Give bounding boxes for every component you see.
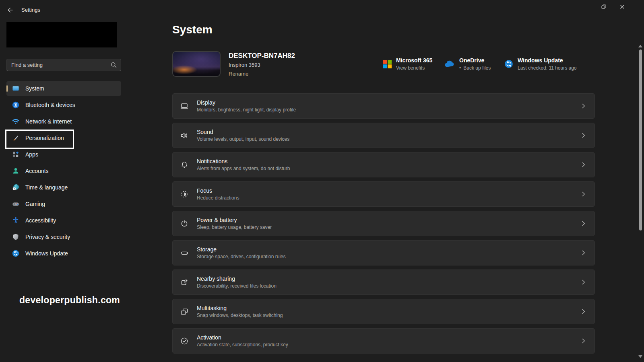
close-icon (620, 4, 625, 9)
multitasking-icon (180, 307, 190, 317)
settings-row-subtitle: Snap windows, desktops, task switching (197, 313, 580, 318)
titlebar: Settings (0, 0, 644, 19)
back-arrow-icon (7, 7, 13, 13)
settings-row-title: Activation (197, 334, 580, 341)
device-wallpaper-thumbnail (172, 51, 221, 77)
settings-row-subtitle: Alerts from apps and system, do not dist… (197, 166, 580, 171)
minimize-button[interactable] (576, 0, 594, 14)
search-input[interactable] (7, 62, 111, 68)
window-controls (576, 0, 632, 14)
scrollbar-up-arrow-icon[interactable] (638, 45, 642, 47)
quick-link-windows-update[interactable]: Windows Update Last checked: 11 hours ag… (504, 56, 577, 72)
settings-row-title: Power & battery (197, 217, 580, 223)
settings-row-title: Sound (197, 129, 580, 135)
accessibility-icon (12, 216, 20, 224)
watermark-text: developerpublish.com (19, 295, 120, 306)
sidebar-item-windows-update[interactable]: Windows Update (6, 246, 121, 261)
onedrive-cloud-icon (444, 60, 455, 68)
sidebar-item-label: Accessibility (25, 217, 56, 224)
sidebar-item-gaming[interactable]: Gaming (6, 197, 121, 211)
focus-icon (180, 189, 190, 199)
quick-link-microsoft-365[interactable]: Microsoft 365 View benefits (383, 56, 432, 72)
settings-row-activation[interactable]: Activation Activation state, subscriptio… (172, 328, 595, 354)
settings-row-title: Nearby sharing (197, 276, 580, 282)
device-model: Inspiron 3593 (229, 62, 295, 68)
sidebar-item-accounts[interactable]: Accounts (6, 164, 121, 178)
attention-dot: • (459, 65, 461, 71)
restore-icon (601, 4, 606, 9)
bluetooth-icon (12, 101, 20, 109)
settings-row-subtitle: Reduce distractions (197, 195, 580, 201)
sidebar-item-personalization[interactable]: Personalization (6, 131, 121, 145)
apps-icon (12, 150, 20, 158)
sidebar-item-bluetooth-devices[interactable]: Bluetooth & devices (6, 98, 121, 112)
chevron-right-icon (580, 220, 586, 226)
chevron-right-icon (580, 309, 586, 315)
settings-row-title: Display (197, 99, 580, 106)
settings-row-title: Focus (197, 187, 580, 194)
sidebar-item-accessibility[interactable]: Accessibility (6, 213, 121, 228)
chevron-right-icon (580, 250, 586, 256)
settings-row-focus[interactable]: Focus Reduce distractions (172, 181, 595, 207)
settings-row-title: Multitasking (197, 305, 580, 311)
quick-link-subtitle: View benefits (396, 65, 432, 71)
sidebar-item-apps[interactable]: Apps (6, 147, 121, 162)
settings-list: Display Monitors, brightness, night ligh… (172, 93, 595, 354)
chevron-right-icon (580, 103, 586, 109)
settings-row-storage[interactable]: Storage Storage space, drives, configura… (172, 240, 595, 265)
settings-row-sound[interactable]: Sound Volume levels, output, input, soun… (172, 123, 595, 148)
settings-row-notifications[interactable]: Notifications Alerts from apps and syste… (172, 152, 595, 177)
chevron-right-icon (580, 338, 586, 344)
sidebar-item-label: Time & language (25, 184, 68, 191)
rename-link[interactable]: Rename (229, 71, 248, 77)
search-box (6, 59, 121, 71)
sidebar-item-label: System (25, 85, 44, 92)
settings-row-title: Notifications (197, 158, 580, 165)
power-icon (180, 219, 190, 228)
window-title: Settings (21, 7, 40, 13)
settings-row-subtitle: Storage space, drives, configuration rul… (197, 254, 580, 259)
settings-row-subtitle: Activation state, subscriptions, product… (197, 342, 580, 348)
system-icon (12, 84, 20, 93)
sidebar-item-label: Network & internet (25, 118, 72, 125)
user-account-redacted[interactable] (6, 22, 117, 47)
sidebar-item-label: Bluetooth & devices (25, 102, 75, 108)
chevron-right-icon (580, 162, 586, 168)
sidebar-item-privacy-security[interactable]: Privacy & security (6, 230, 121, 244)
settings-row-power-battery[interactable]: Power & battery Sleep, battery usage, ba… (172, 211, 595, 236)
sound-icon (180, 131, 190, 140)
scrollbar-down-arrow-icon[interactable] (638, 355, 642, 358)
sidebar-item-system[interactable]: System (6, 81, 121, 96)
back-button[interactable] (5, 5, 15, 15)
quick-link-title: Windows Update (518, 57, 577, 64)
storage-icon (180, 248, 190, 258)
settings-row-multitasking[interactable]: Multitasking Snap windows, desktops, tas… (172, 299, 595, 324)
accounts-icon (12, 167, 20, 175)
page-title: System (172, 23, 213, 36)
sidebar-item-label: Privacy & security (25, 234, 70, 240)
device-header: DESKTOP-BN7AH82 Inspiron 3593 Rename (172, 51, 295, 77)
time-language-icon (12, 183, 20, 191)
scrollbar-thumb[interactable] (639, 49, 642, 230)
search-icon[interactable] (111, 62, 117, 68)
sidebar-item-label: Accounts (25, 168, 49, 174)
sidebar-item-network-internet[interactable]: Network & internet (6, 114, 121, 129)
quick-link-onedrive[interactable]: OneDrive •Back up files (444, 56, 491, 72)
chevron-right-icon (580, 279, 586, 285)
minimize-icon (583, 7, 587, 7)
chevron-right-icon (580, 191, 586, 197)
sidebar-nav: System Bluetooth & devices Network & int… (6, 81, 121, 263)
settings-row-title: Storage (197, 246, 580, 253)
activation-icon (180, 336, 190, 346)
settings-row-subtitle: Sleep, battery usage, battery saver (197, 224, 580, 230)
settings-row-display[interactable]: Display Monitors, brightness, night ligh… (172, 93, 595, 119)
settings-row-nearby-sharing[interactable]: Nearby sharing Discoverability, received… (172, 269, 595, 295)
close-button[interactable] (613, 0, 632, 14)
display-icon (180, 101, 190, 111)
notifications-icon (180, 160, 190, 170)
sidebar-item-label: Gaming (25, 201, 45, 207)
sidebar-item-time-language[interactable]: Time & language (6, 180, 121, 195)
nearby-sharing-icon (180, 278, 190, 287)
restore-button[interactable] (594, 0, 613, 14)
settings-row-subtitle: Discoverability, received files location (197, 283, 580, 289)
